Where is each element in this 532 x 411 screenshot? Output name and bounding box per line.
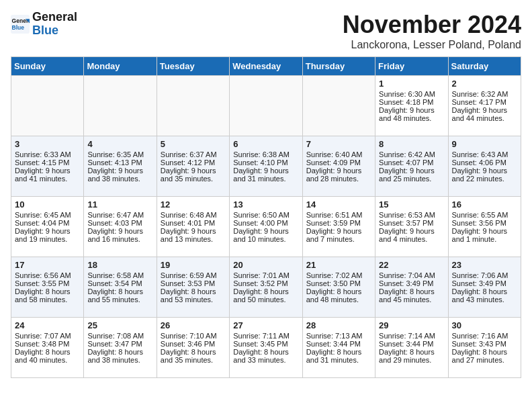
day-info: Daylight: 9 hours and 22 minutes. xyxy=(452,167,517,183)
day-number: 25 xyxy=(87,320,152,330)
calendar-cell: 7Sunrise: 6:40 AMSunset: 4:09 PMDaylight… xyxy=(302,136,375,197)
calendar-cell: 1Sunrise: 6:30 AMSunset: 4:18 PMDaylight… xyxy=(375,76,448,136)
day-info: Sunset: 3:43 PM xyxy=(452,340,517,348)
day-number: 12 xyxy=(161,199,226,210)
calendar-cell xyxy=(302,76,375,136)
location-title: Lanckorona, Lesser Poland, Poland xyxy=(343,39,521,51)
header-thursday: Thursday xyxy=(302,57,375,76)
calendar-cell: 4Sunrise: 6:35 AMSunset: 4:13 PMDaylight… xyxy=(84,136,157,197)
calendar-cell: 25Sunrise: 7:08 AMSunset: 3:47 PMDayligh… xyxy=(84,318,157,378)
day-info: Daylight: 9 hours and 10 minutes. xyxy=(233,227,298,243)
day-number: 10 xyxy=(15,199,80,210)
day-info: Sunset: 4:18 PM xyxy=(379,98,444,106)
day-info: Sunset: 3:44 PM xyxy=(306,340,371,348)
day-info: Sunset: 4:10 PM xyxy=(233,158,298,167)
calendar-cell: 26Sunrise: 7:10 AMSunset: 3:46 PMDayligh… xyxy=(157,318,229,378)
day-info: Sunset: 3:46 PM xyxy=(161,340,226,348)
day-info: Sunrise: 6:42 AM xyxy=(379,150,444,158)
day-info: Sunset: 3:49 PM xyxy=(379,279,444,287)
svg-text:General: General xyxy=(12,17,30,24)
day-info: Sunset: 3:56 PM xyxy=(452,219,517,227)
day-info: Sunset: 4:06 PM xyxy=(452,158,517,167)
page-header: General Blue General Blue November 2024 … xyxy=(11,11,521,51)
day-number: 14 xyxy=(306,199,371,210)
calendar-cell: 27Sunrise: 7:11 AMSunset: 3:45 PMDayligh… xyxy=(230,318,302,378)
day-info: Sunset: 3:55 PM xyxy=(15,279,80,287)
day-info: Daylight: 8 hours and 53 minutes. xyxy=(161,287,226,304)
calendar-cell: 13Sunrise: 6:50 AMSunset: 4:00 PMDayligh… xyxy=(230,197,302,257)
month-title: November 2024 xyxy=(343,11,521,39)
calendar-cell: 11Sunrise: 6:47 AMSunset: 4:03 PMDayligh… xyxy=(84,197,157,257)
calendar-week-4: 17Sunrise: 6:56 AMSunset: 3:55 PMDayligh… xyxy=(11,257,521,318)
day-info: Daylight: 8 hours and 48 minutes. xyxy=(306,287,371,304)
calendar-cell: 18Sunrise: 6:58 AMSunset: 3:54 PMDayligh… xyxy=(84,257,157,318)
day-info: Sunset: 3:47 PM xyxy=(87,340,152,348)
day-info: Sunrise: 6:53 AM xyxy=(379,211,444,219)
calendar-cell: 9Sunrise: 6:43 AMSunset: 4:06 PMDaylight… xyxy=(448,136,521,197)
day-info: Sunrise: 7:13 AM xyxy=(306,332,371,340)
day-info: Sunrise: 6:43 AM xyxy=(452,150,517,158)
calendar-cell: 10Sunrise: 6:45 AMSunset: 4:04 PMDayligh… xyxy=(11,197,84,257)
day-number: 23 xyxy=(452,260,517,270)
calendar-cell: 23Sunrise: 7:06 AMSunset: 3:49 PMDayligh… xyxy=(448,257,521,318)
day-info: Sunrise: 6:30 AM xyxy=(379,90,444,98)
day-info: Daylight: 9 hours and 35 minutes. xyxy=(161,167,226,183)
day-info: Sunrise: 7:16 AM xyxy=(452,332,517,340)
calendar-cell: 12Sunrise: 6:48 AMSunset: 4:01 PMDayligh… xyxy=(157,197,229,257)
calendar-cell: 14Sunrise: 6:51 AMSunset: 3:59 PMDayligh… xyxy=(302,197,375,257)
day-number: 4 xyxy=(87,139,152,149)
day-number: 16 xyxy=(452,199,517,210)
day-info: Daylight: 9 hours and 38 minutes. xyxy=(87,167,152,183)
day-number: 13 xyxy=(233,199,298,210)
day-info: Daylight: 8 hours and 45 minutes. xyxy=(379,287,444,304)
day-info: Daylight: 9 hours and 44 minutes. xyxy=(452,106,517,122)
calendar-cell: 30Sunrise: 7:16 AMSunset: 3:43 PMDayligh… xyxy=(448,318,521,378)
day-info: Sunset: 4:07 PM xyxy=(379,158,444,167)
day-info: Sunset: 4:03 PM xyxy=(87,219,152,227)
day-info: Daylight: 9 hours and 1 minute. xyxy=(452,227,517,243)
day-info: Sunrise: 6:35 AM xyxy=(87,150,152,158)
day-number: 5 xyxy=(161,139,226,149)
day-info: Daylight: 8 hours and 58 minutes. xyxy=(15,287,80,304)
day-info: Daylight: 9 hours and 31 minutes. xyxy=(233,167,298,183)
calendar-cell: 29Sunrise: 7:14 AMSunset: 3:44 PMDayligh… xyxy=(375,318,448,378)
day-info: Daylight: 8 hours and 55 minutes. xyxy=(87,287,152,304)
day-info: Daylight: 9 hours and 28 minutes. xyxy=(306,167,371,183)
day-info: Daylight: 9 hours and 16 minutes. xyxy=(87,227,152,243)
calendar-cell: 15Sunrise: 6:53 AMSunset: 3:57 PMDayligh… xyxy=(375,197,448,257)
calendar-cell xyxy=(84,76,157,136)
day-info: Daylight: 9 hours and 25 minutes. xyxy=(379,167,444,183)
day-info: Sunrise: 6:38 AM xyxy=(233,150,298,158)
calendar-cell: 3Sunrise: 6:33 AMSunset: 4:15 PMDaylight… xyxy=(11,136,84,197)
day-info: Daylight: 8 hours and 27 minutes. xyxy=(452,348,517,364)
day-info: Daylight: 8 hours and 29 minutes. xyxy=(379,348,444,364)
day-info: Sunset: 3:48 PM xyxy=(15,340,80,348)
day-info: Sunset: 3:50 PM xyxy=(306,279,371,287)
day-number: 18 xyxy=(87,260,152,270)
calendar-cell: 22Sunrise: 7:04 AMSunset: 3:49 PMDayligh… xyxy=(375,257,448,318)
day-info: Sunrise: 6:48 AM xyxy=(161,211,226,219)
day-info: Sunrise: 7:07 AM xyxy=(15,332,80,340)
calendar-cell: 16Sunrise: 6:55 AMSunset: 3:56 PMDayligh… xyxy=(448,197,521,257)
day-number: 27 xyxy=(233,320,298,330)
day-info: Daylight: 8 hours and 31 minutes. xyxy=(306,348,371,364)
calendar-cell xyxy=(11,76,84,136)
header-tuesday: Tuesday xyxy=(157,57,229,76)
day-number: 17 xyxy=(15,260,80,270)
header-monday: Monday xyxy=(84,57,157,76)
day-info: Sunrise: 7:04 AM xyxy=(379,271,444,279)
calendar-cell: 6Sunrise: 6:38 AMSunset: 4:10 PMDaylight… xyxy=(230,136,302,197)
calendar-cell: 8Sunrise: 6:42 AMSunset: 4:07 PMDaylight… xyxy=(375,136,448,197)
day-info: Sunset: 4:12 PM xyxy=(161,158,226,167)
calendar-cell: 28Sunrise: 7:13 AMSunset: 3:44 PMDayligh… xyxy=(302,318,375,378)
day-info: Sunrise: 6:45 AM xyxy=(15,211,80,219)
day-info: Sunset: 3:57 PM xyxy=(379,219,444,227)
day-info: Daylight: 8 hours and 33 minutes. xyxy=(233,348,298,364)
calendar-cell xyxy=(157,76,229,136)
day-info: Daylight: 9 hours and 19 minutes. xyxy=(15,227,80,243)
calendar-cell: 21Sunrise: 7:02 AMSunset: 3:50 PMDayligh… xyxy=(302,257,375,318)
calendar-cell: 20Sunrise: 7:01 AMSunset: 3:52 PMDayligh… xyxy=(230,257,302,318)
day-info: Sunrise: 7:10 AM xyxy=(161,332,226,340)
day-info: Sunset: 4:09 PM xyxy=(306,158,371,167)
calendar-cell: 5Sunrise: 6:37 AMSunset: 4:12 PMDaylight… xyxy=(157,136,229,197)
